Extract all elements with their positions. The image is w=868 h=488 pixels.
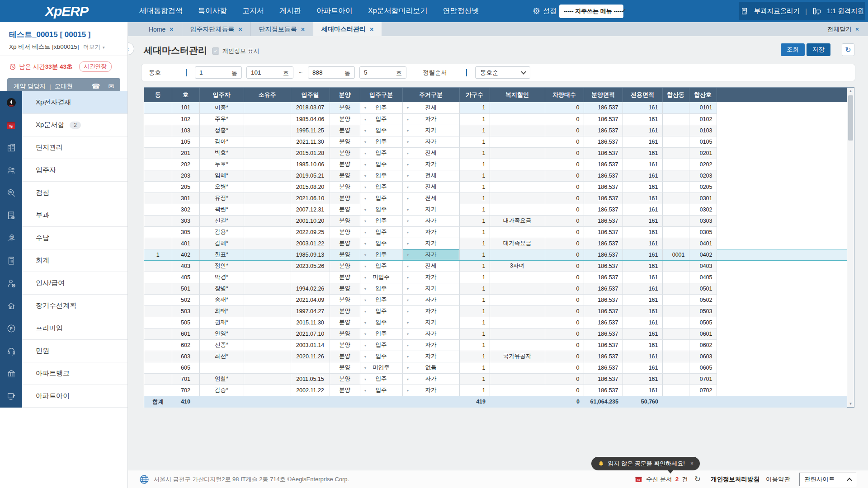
table-row[interactable]: 505 권재* 2015.11.30 분양 ▼입주 ▼자가 1 0 186.53…	[144, 317, 847, 328]
table-row[interactable]: 701 엄철* 2011.05.15 분양 ▼입주 ▼자가 1 0 186.53…	[144, 373, 847, 385]
tab-home[interactable]: Home×	[141, 22, 182, 36]
related-sites-select[interactable]: 관련사이트	[799, 473, 856, 486]
toast-close-icon[interactable]: ×	[690, 460, 693, 467]
cell-movein-type-dropdown[interactable]: ▼입주	[360, 125, 402, 136]
tab-resident-group[interactable]: 입주자단체등록×	[182, 22, 251, 36]
scroll-up-arrow[interactable]: ▲	[847, 88, 854, 94]
cell-residence-type-dropdown[interactable]: ▼자가	[402, 215, 459, 226]
cell-movein-type-dropdown[interactable]: ▼입주	[360, 159, 402, 170]
cell-residence-type-dropdown[interactable]: ▼자가	[402, 226, 459, 238]
sidebar-item-complex-mgmt[interactable]: 단지관리	[0, 136, 127, 159]
col-sum-ho[interactable]: 합산호	[689, 88, 717, 102]
cell-movein-type-dropdown[interactable]: ▼입주	[360, 170, 402, 181]
remote-support[interactable]: 1:1 원격지원	[827, 7, 864, 15]
tab-complex-info[interactable]: 단지정보등록×	[251, 22, 313, 36]
col-sale[interactable]: 분양	[330, 88, 360, 102]
settings[interactable]: ⚙ 설정	[533, 0, 557, 22]
sidebar-item-accounting[interactable]: 회계	[0, 249, 127, 272]
terms-link[interactable]: 이용약관	[766, 475, 790, 483]
table-row[interactable]: 405 박경* 분양 ▼미입주 ▼자가 1 0 186.537 161 0405	[144, 272, 847, 283]
cell-movein-type-dropdown[interactable]: ▼입주	[360, 147, 402, 159]
cell-residence-type-dropdown[interactable]: ▼전세	[402, 170, 459, 181]
cell-residence-type-dropdown[interactable]: ▼자가	[402, 283, 459, 294]
sidebar-item-xp-approval[interactable]: Xp전자결재	[0, 91, 127, 114]
col-resident[interactable]: 입주자	[199, 88, 244, 102]
col-owner[interactable]: 소유주	[244, 88, 291, 102]
table-row[interactable]: 601 안영* 2021.07.10 분양 ▼입주 ▼자가 1 0 186.53…	[144, 328, 847, 339]
table-row[interactable]: 201 박효* 2015.01.28 분양 ▼입주 ▼전세 1 0 186.53…	[144, 147, 847, 159]
table-row[interactable]: 501 장병* 1994.02.26 분양 ▼입주 ▼자가 1 0 186.53…	[144, 283, 847, 294]
table-row[interactable]: 702 김승* 2002.11.22 분양 ▼입주 ▼자가 1 0 186.53…	[144, 385, 847, 396]
col-dong[interactable]: 동	[144, 88, 172, 102]
mail-icon[interactable]: ✉	[108, 82, 114, 90]
vertical-scrollbar[interactable]: ▲ ▼	[847, 88, 854, 407]
table-row[interactable]: 105 김아* 2021.11.30 분양 ▼입주 ▼자가 1 0 186.53…	[144, 136, 847, 147]
cell-movein-type-dropdown[interactable]: ▼미입주	[360, 362, 402, 373]
col-exclusive-area[interactable]: 전용면적	[623, 88, 662, 102]
cell-movein-type-dropdown[interactable]: ▼입주	[360, 351, 402, 362]
cell-movein-type-dropdown[interactable]: ▼입주	[360, 226, 402, 238]
cell-movein-type-dropdown[interactable]: ▼입주	[360, 204, 402, 215]
cell-residence-type-dropdown[interactable]: ▼자가	[402, 272, 459, 283]
table-row[interactable]: 401 김혜* 2003.01.22 분양 ▼입주 ▼자가 1 대가족요금 0 …	[144, 238, 847, 249]
table-row[interactable]: 102 주우* 1985.04.06 분양 ▼입주 ▼자가 1 0 186.53…	[144, 113, 847, 125]
ho-to-input[interactable]	[360, 67, 392, 78]
table-row[interactable]: 602 신종* 2003.01.14 분양 ▼입주 ▼자가 1 0 186.53…	[144, 339, 847, 351]
col-ho[interactable]: 호	[172, 88, 199, 102]
cell-movein-type-dropdown[interactable]: ▼미입주	[360, 272, 402, 283]
top-menu-special-notes[interactable]: 특이사항	[198, 6, 227, 16]
upload-billing-data[interactable]: 부과자료올리기	[754, 7, 800, 15]
cell-residence-type-dropdown[interactable]: ▼전세	[402, 181, 459, 192]
table-row[interactable]: 305 김용* 2022.09.25 분양 ▼입주 ▼자가 1 0 186.53…	[144, 226, 847, 238]
privacy-checkbox[interactable]: ✓	[212, 47, 219, 55]
sidebar-item-longterm-repair[interactable]: 장기수선계획	[0, 295, 127, 317]
table-row[interactable]: 302 곽란* 2007.12.31 분양 ▼입주 ▼자가 1 0 186.53…	[144, 204, 847, 215]
cell-movein-type-dropdown[interactable]: ▼입주	[360, 113, 402, 125]
table-row[interactable]: 205 오병* 2015.08.20 분양 ▼입주 ▼전세 1 0 186.53…	[144, 181, 847, 192]
table-row[interactable]: 203 임혜* 2019.05.21 분양 ▼입주 ▼전세 1 0 186.53…	[144, 170, 847, 181]
cell-movein-type-dropdown[interactable]: ▼입주	[360, 102, 402, 113]
cell-movein-type-dropdown[interactable]: ▼입주	[360, 215, 402, 226]
sidebar-item-premium[interactable]: P 프리미엄	[0, 317, 127, 340]
sidebar-item-receipts[interactable]: ₩ 수납	[0, 227, 127, 249]
ho-from-input[interactable]	[247, 67, 278, 78]
cell-movein-type-dropdown[interactable]: ▼입주	[360, 305, 402, 317]
received-docs[interactable]: Xp 수신 문서 2 건	[634, 475, 688, 483]
sidebar-item-meter-reading[interactable]: ₩ 검침	[0, 182, 127, 204]
frequent-menu-select[interactable]: ----- 자주쓰는 메뉴 -----	[559, 5, 623, 18]
privacy-policy-link[interactable]: 개인정보처리방침	[711, 475, 760, 483]
cell-residence-type-dropdown[interactable]: ▼자가	[402, 328, 459, 339]
cell-residence-type-dropdown[interactable]: ▼자가	[402, 113, 459, 125]
extend-time-button[interactable]: 시간연장	[79, 61, 112, 72]
cell-residence-type-dropdown[interactable]: ▼전세	[402, 102, 459, 113]
search-button[interactable]: 조회	[781, 43, 805, 56]
table-row[interactable]: 603 최선* 2020.11.26 분양 ▼입주 ▼자가 1 국가유공자 0 …	[144, 351, 847, 362]
cell-movein-type-dropdown[interactable]: ▼입주	[360, 294, 402, 305]
cell-residence-type-dropdown[interactable]: ▼자가	[402, 136, 459, 147]
dong-to-input[interactable]	[308, 67, 340, 78]
sidebar-item-complaints[interactable]: 민원	[0, 340, 127, 362]
top-menu-yearend[interactable]: 연말정산넷	[443, 6, 479, 16]
cell-movein-type-dropdown[interactable]: ▼입주	[360, 373, 402, 385]
sidebar-item-apart-bank[interactable]: 아파트뱅크	[0, 362, 127, 385]
cell-residence-type-dropdown[interactable]: ▼자가	[402, 373, 459, 385]
cell-movein-type-dropdown[interactable]: ▼입주	[360, 339, 402, 351]
cell-residence-type-dropdown[interactable]: ▼전세	[402, 147, 459, 159]
cell-residence-type-dropdown[interactable]: ▼자가	[402, 159, 459, 170]
dong-from-input[interactable]	[195, 67, 227, 78]
cell-residence-type-dropdown[interactable]: ▼자가	[402, 238, 459, 249]
sort-select[interactable]: 동호순	[475, 66, 530, 79]
cell-movein-type-dropdown[interactable]: ▼입주	[360, 385, 402, 396]
cell-residence-type-dropdown[interactable]: ▼전세	[402, 260, 459, 272]
sidebar-item-hr-payroll[interactable]: ₩ 인사/급여	[0, 272, 127, 295]
table-row[interactable]: 303 신길* 2001.10.20 분양 ▼입주 ▼자가 1 대가족요금 0 …	[144, 215, 847, 226]
close-all-tabs[interactable]: 전체닫기×	[827, 22, 859, 36]
sidebar-item-residents[interactable]: 입주자	[0, 159, 127, 182]
col-sum-dong[interactable]: 합산동	[662, 88, 689, 102]
more-button[interactable]: 더보기 ▼	[83, 44, 105, 50]
cell-residence-type-dropdown[interactable]: ▼자가	[402, 204, 459, 215]
tab-household-master[interactable]: 세대마스터관리×	[313, 22, 382, 36]
table-row[interactable]: 101 이종* 2018.03.07 분양 ▼입주 ▼전세 1 0 186.53…	[144, 102, 847, 113]
scroll-down-arrow[interactable]: ▼	[847, 400, 854, 407]
top-menu-docbox-preview[interactable]: Xp문서함미리보기	[368, 6, 428, 16]
